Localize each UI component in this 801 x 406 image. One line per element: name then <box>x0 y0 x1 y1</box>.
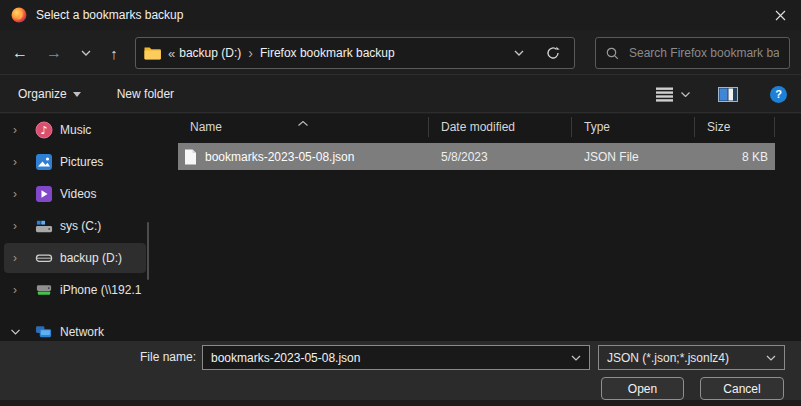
new-folder-label: New folder <box>117 87 174 101</box>
search-icon <box>606 47 619 60</box>
file-type-cell: JSON File <box>572 150 695 164</box>
svg-text:♪: ♪ <box>40 124 47 137</box>
sidebar-item-label: sys (C:) <box>60 219 101 233</box>
column-header-size[interactable]: Size <box>695 114 775 140</box>
file-name-dropdown-button[interactable] <box>569 355 589 361</box>
close-icon <box>775 10 786 21</box>
file-row-selected[interactable]: bookmarks-2023-05-08.json 5/8/2023 JSON … <box>178 143 775 170</box>
sidebar-item-label: Network <box>60 325 104 339</box>
column-label: Name <box>190 120 222 134</box>
column-header-name[interactable]: Name <box>178 114 429 140</box>
file-date-cell: 5/8/2023 <box>429 150 572 164</box>
organize-label: Organize <box>18 87 67 101</box>
view-mode-button[interactable] <box>656 87 690 102</box>
search-input[interactable] <box>629 46 779 60</box>
cancel-button[interactable]: Cancel <box>700 377 784 400</box>
breadcrumb-item-folder[interactable]: Firefox bookmark backup <box>260 46 395 60</box>
chevron-down-icon[interactable] <box>4 329 26 335</box>
file-name-cell: bookmarks-2023-05-08.json <box>178 149 429 165</box>
new-folder-button[interactable]: New folder <box>107 81 184 107</box>
sidebar-item-sys-c[interactable]: › sys (C:) <box>4 211 146 241</box>
chevron-right-icon[interactable]: › <box>4 219 26 233</box>
sidebar-item-iphone[interactable]: › iPhone (\\192.1 <box>4 275 146 305</box>
column-label: Type <box>584 120 610 134</box>
column-label: Size <box>707 120 730 134</box>
file-name-text: bookmarks-2023-05-08.json <box>205 150 354 164</box>
firefox-icon <box>11 7 27 23</box>
command-toolbar: Organize New folder <box>0 76 801 113</box>
sidebar-item-music[interactable]: › ♪ Music <box>4 115 146 145</box>
title-bar: Select a bookmarks backup <box>0 0 801 30</box>
list-view-icon <box>656 87 673 102</box>
sidebar-item-backup-d[interactable]: › backup (D:) <box>4 243 146 273</box>
column-divider[interactable] <box>774 117 775 137</box>
help-button[interactable]: ? <box>770 86 787 103</box>
sidebar-item-videos[interactable]: › Videos <box>4 179 146 209</box>
organize-button[interactable]: Organize <box>8 81 91 107</box>
chevron-down-icon <box>81 50 91 56</box>
chevron-right-icon[interactable]: › <box>4 283 26 297</box>
drive-icon <box>35 249 53 267</box>
chevron-down-icon <box>514 50 524 56</box>
column-label: Date modified <box>441 120 515 134</box>
sort-ascending-icon <box>298 115 308 129</box>
chevron-right-icon[interactable]: › <box>4 123 26 137</box>
preview-pane-icon <box>718 87 738 102</box>
up-button[interactable]: ↑ <box>100 39 128 67</box>
file-size-cell: 8 KB <box>695 150 768 164</box>
chevron-down-icon <box>766 355 776 361</box>
sidebar-item-pictures[interactable]: › Pictures <box>4 147 146 177</box>
preview-pane-button[interactable] <box>718 87 738 102</box>
file-type-value: JSON (*.json;*.jsonlz4) <box>607 351 766 365</box>
column-header-type[interactable]: Type <box>572 114 695 140</box>
breadcrumb-overflow[interactable]: « <box>168 46 175 61</box>
file-dialog-window: Select a bookmarks backup ← → ↑ « backup… <box>0 0 801 406</box>
breadcrumb-separator-icon[interactable]: › <box>248 45 253 61</box>
folder-icon <box>144 46 161 60</box>
dropdown-arrow-icon <box>73 92 81 97</box>
file-list: Name Date modified Type Size <box>178 114 775 341</box>
navigation-sidebar: › ♪ Music › <box>0 114 160 341</box>
videos-icon <box>35 185 53 203</box>
file-name-label: File name: <box>0 345 196 370</box>
file-list-header: Name Date modified Type Size <box>178 114 775 140</box>
file-type-select[interactable]: JSON (*.json;*.jsonlz4) <box>598 345 785 370</box>
chevron-right-icon[interactable]: › <box>4 155 26 169</box>
music-icon: ♪ <box>35 121 53 139</box>
dialog-body: › ♪ Music › <box>0 114 801 341</box>
breadcrumb-item-drive[interactable]: backup (D:) <box>179 46 241 60</box>
chevron-down-icon <box>571 355 581 361</box>
refresh-button[interactable] <box>544 46 562 60</box>
sidebar-item-label: Videos <box>60 187 96 201</box>
window-title: Select a bookmarks backup <box>36 8 183 22</box>
forward-button[interactable]: → <box>40 39 68 67</box>
sidebar-item-label: backup (D:) <box>60 251 122 265</box>
back-button[interactable]: ← <box>6 39 34 67</box>
address-bar[interactable]: « backup (D:) › Firefox bookmark backup <box>135 37 575 69</box>
recent-locations-button[interactable] <box>72 39 100 67</box>
file-name-input[interactable] <box>203 351 569 365</box>
navigation-bar: ← → ↑ « backup (D:) › Firefox bookmark b… <box>0 30 801 75</box>
document-icon <box>184 149 197 165</box>
footer-bottom-strip <box>0 400 801 406</box>
sidebar-item-label: iPhone (\\192.1 <box>60 283 141 297</box>
sidebar-item-label: Pictures <box>60 155 103 169</box>
search-box[interactable] <box>595 37 790 69</box>
pictures-icon <box>35 153 53 171</box>
refresh-icon <box>546 46 560 60</box>
system-drive-icon <box>35 217 53 235</box>
network-drive-icon <box>35 281 53 299</box>
chevron-right-icon[interactable]: › <box>4 251 26 265</box>
close-button[interactable] <box>759 0 801 30</box>
sidebar-scrollbar[interactable] <box>147 222 149 280</box>
network-icon <box>35 323 53 341</box>
open-button[interactable]: Open <box>601 377 684 400</box>
address-history-button[interactable] <box>512 50 526 56</box>
file-name-combobox[interactable] <box>202 345 590 370</box>
chevron-down-icon <box>681 92 690 97</box>
chevron-right-icon[interactable]: › <box>4 187 26 201</box>
column-header-date-modified[interactable]: Date modified <box>429 114 572 140</box>
sidebar-item-label: Music <box>60 123 91 137</box>
